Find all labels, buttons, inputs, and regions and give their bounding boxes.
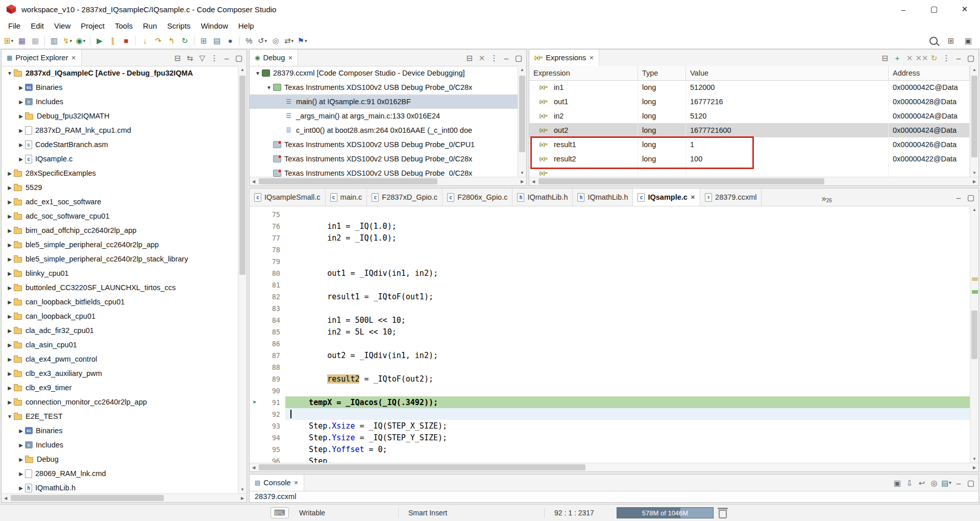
editor-tab[interactable]: hIQmathLib.h — [512, 188, 573, 206]
project-tree-item[interactable]: ▶bim_oad_offchip_cc2640r2lp_app — [2, 223, 238, 238]
new-breakpoint-button[interactable]: ⚑▾ — [296, 35, 308, 47]
code-line[interactable]: 90 — [250, 385, 970, 396]
project-tree-item[interactable]: ▶clb_ex3_auxiliary_pwm — [2, 366, 238, 381]
profile-button[interactable]: % — [243, 35, 255, 47]
minimize-button[interactable]: – — [953, 192, 964, 203]
project-tree-item[interactable]: ▶ble5_simple_peripheral_cc2640r2lp_stack… — [2, 252, 238, 266]
restart-button[interactable]: ↻ — [179, 35, 191, 47]
editor-tab[interactable]: cF2837xD_Gpio.c — [367, 188, 443, 206]
add-expression-button[interactable]: + — [892, 52, 903, 63]
debug-tree-item[interactable]: ☰_args_main() at args_main.c:133 0x016E2… — [250, 109, 518, 123]
line-number[interactable]: 89 — [260, 375, 285, 383]
scroll-down-icon[interactable]: ▼ — [238, 486, 247, 493]
project-tree-item[interactable]: ▶Debug_fpu32IQMATH — [2, 109, 238, 123]
debug-tree-item[interactable]: ▼Texas Instruments XDS100v2 USB Debug Pr… — [250, 80, 518, 94]
line-number[interactable]: 78 — [260, 246, 285, 254]
editor-tab[interactable]: cIQsampleSmall.c — [250, 188, 326, 206]
word-wrap-button[interactable]: ↩ — [916, 477, 927, 488]
project-tree-item[interactable]: ▶cla_asin_cpu01 — [2, 338, 238, 352]
scroll-track[interactable] — [258, 177, 518, 185]
code-line[interactable]: 77 in2 = _IQ(1.0); — [250, 232, 970, 244]
line-number[interactable]: 79 — [260, 257, 285, 266]
debug-horizontal-scrollbar[interactable]: ◀ ▶ — [250, 177, 526, 185]
collapse-all-button[interactable]: ⊟ — [172, 52, 183, 63]
project-tree-item[interactable]: ▶28069_RAM_lnk.cmd — [2, 466, 238, 481]
code-line[interactable]: 81 — [250, 279, 970, 291]
project-tree-item[interactable]: ▶can_loopback_bitfields_cpu01 — [2, 295, 238, 309]
maximize-window-button[interactable]: ▢ — [919, 0, 949, 18]
overview-marker-occurrence[interactable] — [972, 277, 978, 281]
project-tree-item[interactable]: ▶buttonled_CC3220SF_LAUNCHXL_tirtos_ccs — [2, 280, 238, 295]
code-line[interactable]: 92 — [250, 408, 970, 420]
view-menu-button[interactable]: ⋮ — [488, 52, 500, 63]
view-menu-button[interactable]: ⋮ — [941, 52, 952, 63]
scroll-thumb[interactable] — [538, 178, 824, 184]
project-tree-item[interactable]: ▶sCodeStartBranch.asm — [2, 137, 238, 152]
view-menu-button[interactable]: ⋮ — [209, 52, 220, 63]
code-line[interactable]: 75 — [250, 208, 970, 220]
menu-view[interactable]: View — [49, 20, 76, 32]
scroll-thumb[interactable] — [971, 76, 977, 157]
maximize-button[interactable]: ▢ — [513, 52, 524, 63]
menu-run[interactable]: Run — [138, 20, 162, 32]
close-icon[interactable] — [691, 194, 695, 201]
registers-button[interactable]: ⊞ — [198, 35, 210, 47]
editor-tab[interactable]: x28379.ccxml — [700, 188, 762, 206]
save-button[interactable]: ▦ — [16, 35, 28, 47]
line-number[interactable]: 80 — [260, 269, 285, 277]
project-tree-item[interactable]: ▶clb_ex9_timer — [2, 381, 238, 395]
maximize-button[interactable]: ▢ — [233, 52, 244, 63]
tab-debug[interactable]: ◉ Debug — [250, 50, 298, 66]
code-line[interactable]: 83 — [250, 302, 970, 314]
expression-row[interactable]: (x)=in2long51200x0000042A@Data — [529, 109, 970, 123]
line-number[interactable]: 82 — [260, 293, 285, 301]
project-tree-item[interactable]: ▶cla_adc_fir32_cpu01 — [2, 323, 238, 338]
expressions-horizontal-scrollbar[interactable]: ◀ ▶ — [529, 177, 978, 185]
clear-console-button[interactable]: ▣ — [892, 477, 903, 488]
flash-button[interactable]: ↯▾ — [61, 35, 74, 47]
project-tree-item[interactable]: ▶≡Includes — [2, 94, 238, 109]
maximize-button[interactable]: ▢ — [965, 192, 976, 203]
menu-edit[interactable]: Edit — [26, 20, 49, 32]
line-number[interactable]: 92 — [260, 410, 285, 418]
scroll-track[interactable] — [518, 74, 526, 169]
resume-button[interactable]: ▶ — [93, 35, 106, 47]
column-header-value[interactable]: Value — [686, 66, 889, 80]
line-number[interactable]: 90 — [260, 387, 285, 395]
open-perspective-button[interactable]: ⊞ — [945, 35, 957, 47]
editor-tab[interactable]: cmain.c — [326, 188, 368, 206]
scroll-right-icon[interactable]: ▶ — [238, 496, 247, 501]
code-line[interactable]: 93 Step.Xsize = _IQ(STEP_X_SIZE); — [250, 420, 970, 432]
remove-expression-button[interactable]: ✕ — [904, 52, 915, 63]
menu-project[interactable]: Project — [76, 20, 110, 32]
scroll-lock-button[interactable]: ⇩ — [904, 477, 915, 488]
code-line[interactable]: 78 — [250, 244, 970, 255]
scroll-down-icon[interactable]: ▼ — [518, 169, 526, 177]
new-target-configuration-button[interactable]: ▥ — [48, 35, 60, 47]
open-console-button[interactable]: ▤▾ — [941, 477, 952, 488]
overview-marker-debug-line[interactable] — [972, 290, 978, 294]
minimize-button[interactable]: – — [501, 52, 512, 63]
project-tree-item[interactable]: ▶connection_monitor_cc2640r2lp_app — [2, 395, 238, 409]
line-number[interactable]: 86 — [260, 340, 285, 348]
hidden-editors-button[interactable]: »26 — [822, 188, 832, 206]
line-number[interactable]: 85 — [260, 328, 285, 336]
remove-all-expressions-button[interactable]: ✕✕ — [916, 52, 927, 63]
scroll-up-icon[interactable]: ▲ — [970, 206, 978, 214]
column-header-address[interactable]: Address — [889, 66, 970, 80]
menu-file[interactable]: File — [3, 20, 26, 32]
breakpoints-button[interactable]: ● — [224, 35, 236, 47]
project-tree-item[interactable]: ▶01Binaries — [2, 80, 238, 94]
memory-browser-button[interactable]: ▤ — [211, 35, 223, 47]
scroll-thumb[interactable] — [239, 76, 246, 275]
minimize-button[interactable]: – — [953, 52, 964, 63]
scroll-thumb[interactable] — [259, 178, 437, 184]
collapse-all-button[interactable]: ⊟ — [879, 52, 891, 63]
new-button[interactable]: ⊞▾ — [3, 35, 15, 47]
expression-row[interactable]: (x)=in1long5120000x0000042C@Data — [529, 80, 970, 94]
expression-row[interactable]: (x)=result2long1000x00000422@Data — [529, 152, 970, 166]
search-button[interactable] — [927, 35, 940, 47]
column-header-type[interactable]: Type — [638, 66, 686, 80]
save-all-button[interactable]: ▦ — [29, 35, 41, 47]
remove-all-terminated-button[interactable]: ✕ — [476, 52, 487, 63]
